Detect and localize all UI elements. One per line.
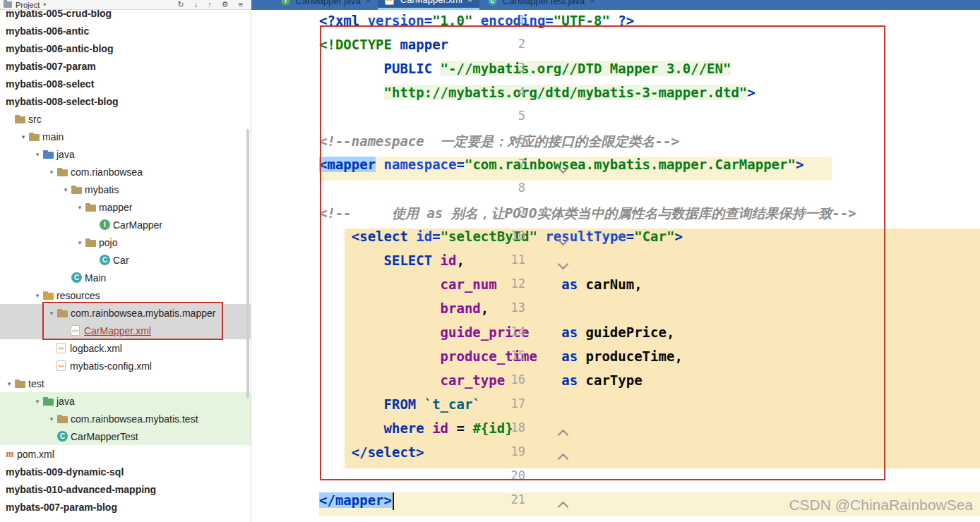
tree-item-java[interactable]: ▾java (0, 145, 251, 163)
tree-item-mybatis[interactable]: ▾mybatis (0, 181, 251, 198)
tree-item-logback-xml[interactable]: <>logback.xml (0, 339, 251, 357)
tree-item-label: Car (113, 255, 129, 266)
tree-item-mybatis-006-antic[interactable]: mybatis-006-antic (0, 22, 251, 40)
tree-item-mybatis-config-xml[interactable]: <>mybatis-config.xml (0, 357, 251, 375)
chevron-down-icon[interactable]: ▾ (47, 169, 56, 176)
tree-item-mybatis-008-select[interactable]: mybatis-008-select (0, 75, 251, 92)
project-tree-scrollbar[interactable] (246, 129, 249, 399)
editor-tabs: ICarMapper.java×<>CarMapper.xml×CCarMapp… (251, 0, 980, 10)
chevron-down-icon[interactable]: ▾ (61, 186, 71, 193)
tree-item-carmappertest[interactable]: CCarMapperTest (0, 427, 251, 445)
tree-item-mybatis-007-param[interactable]: mybatis-007-param (0, 57, 251, 75)
tree-item-label: mybatis-config.xml (70, 360, 152, 372)
tree-item-mybats-007-param-blog[interactable]: mybats-007-param-blog (0, 498, 251, 516)
tree-item-label: mybatis-009-dynamic-sql (6, 466, 124, 478)
tree-item-label: CarMapper (113, 219, 162, 231)
tree-item-src[interactable]: src (0, 110, 251, 128)
class-icon: C (71, 272, 82, 283)
folder-icon (14, 114, 27, 125)
package-icon (85, 237, 97, 248)
panel-divider (251, 0, 251, 522)
tree-item-label: java (56, 149, 75, 160)
class-icon: C (57, 431, 68, 442)
tab-label: CarMapper.xml (400, 0, 462, 5)
tree-item-label: com.rianbowsea (71, 166, 143, 178)
tree-item-label: mybatis (85, 184, 119, 195)
tab-carmapper-java[interactable]: ICarMapper.java× (273, 0, 378, 10)
folder-icon (14, 378, 27, 389)
tree-item-label: src (28, 114, 42, 125)
chevron-down-icon[interactable]: ▾ (75, 239, 85, 246)
tree-item-label: mybatis-007-param (6, 61, 96, 72)
tree-item-label: test (28, 378, 44, 389)
package-icon (56, 413, 69, 425)
panel-toolbar: ↻↓↑⚙≡ (177, 0, 243, 9)
tree-item-mybatis-006-antic-blog[interactable]: mybatis-006-antic-blog (0, 40, 251, 57)
chevron-down-icon[interactable]: ▾ (43, 1, 46, 8)
tree-item-mybatis-010-advanced-mapping[interactable]: mybatis-010-advanced-mapping (0, 480, 251, 498)
tree-item-mybatis-008-select-blog[interactable]: mybatis-008-select-blog (0, 92, 251, 110)
annotation-red-box-editor (320, 25, 885, 480)
chevron-down-icon[interactable]: ▾ (4, 380, 14, 387)
xml-file-icon: <> (56, 360, 66, 371)
close-icon[interactable]: × (467, 0, 472, 5)
tree-item-test[interactable]: ▾test (0, 375, 251, 392)
tree-item-label: mybatis-008-select (6, 78, 94, 90)
chevron-down-icon[interactable]: ▾ (75, 204, 85, 211)
text-caret (393, 492, 394, 510)
tree-item-label: main (42, 131, 64, 142)
tree-item-label: com.rainbowsea.mybatis.test (71, 413, 198, 425)
tree-item-car[interactable]: CCar (0, 251, 251, 269)
package-icon (71, 184, 83, 195)
tree-item-label: Main (85, 272, 106, 284)
chevron-down-icon[interactable]: ▾ (32, 151, 42, 158)
tree-item-main[interactable]: CMain (0, 269, 251, 286)
tree-item-com-rainbowsea-mybatis-test[interactable]: ▾com.rainbowsea.mybatis.test (0, 410, 251, 427)
locate-icon[interactable]: ↻ (177, 0, 184, 9)
close-icon[interactable]: × (590, 0, 594, 6)
expand-all-icon[interactable]: ↑ (208, 0, 212, 9)
watermark: CSDN @ChinaRainbowSea (789, 497, 973, 514)
tree-item-label: pojo (99, 237, 117, 248)
tree-item-com-rianbowsea[interactable]: ▾com.rianbowsea (0, 163, 251, 181)
tree-item-label: java (56, 396, 75, 407)
tree-item-label: CarMapperTest (71, 431, 138, 442)
interface-icon: I (282, 0, 290, 5)
chevron-down-icon[interactable]: ▾ (47, 415, 56, 423)
tree-item-pom-xml[interactable]: mpom.xml (0, 445, 251, 463)
tab-carmappertest-java[interactable]: CCarMapperTest.java× (479, 0, 602, 10)
tree-item-label: mybats-007-param-blog (6, 502, 117, 513)
chevron-down-icon[interactable]: ▾ (18, 133, 28, 140)
xml-file-icon: <> (56, 343, 66, 353)
tree-item-carmapper[interactable]: ICarMapper (0, 216, 251, 233)
close-icon[interactable]: × (366, 0, 371, 6)
line-number-21: 21 (503, 492, 525, 516)
tree-item-label: mybatis-006-antic (6, 25, 89, 37)
tree-item-pojo[interactable]: ▾pojo (0, 233, 251, 251)
xml-file-icon: <> (385, 0, 394, 5)
tree-item-main[interactable]: ▾main (0, 128, 251, 145)
tree-item-mapper[interactable]: ▾mapper (0, 198, 251, 216)
folder-blue-icon (42, 149, 55, 160)
collapse-all-icon[interactable]: ↓ (194, 0, 198, 9)
code-line-21[interactable]: </mapper> (319, 492, 394, 516)
maven-icon: m (4, 449, 16, 460)
tab-label: CarMapper.java (296, 0, 361, 6)
tree-item-label: resources (56, 290, 100, 301)
chevron-down-icon[interactable]: ▾ (32, 292, 42, 299)
editor-tab-bar: ICarMapper.java×<>CarMapper.xml×CCarMapp… (251, 0, 980, 10)
tree-item-mybatis-009-dynamic-sql[interactable]: mybatis-009-dynamic-sql (0, 463, 251, 480)
package-icon (85, 202, 97, 213)
chevron-down-icon[interactable]: ▾ (32, 398, 42, 405)
tab-carmapper-xml[interactable]: <>CarMapper.xml× (378, 0, 479, 10)
project-tree: mybatis-005-crud-blogmybatis-006-anticmy… (0, 0, 251, 522)
settings-gear-icon[interactable]: ⚙ (222, 0, 229, 9)
tree-item-label: mapper (99, 202, 132, 213)
project-panel-title: Project (16, 1, 40, 9)
tree-item-label: logback.xml (70, 343, 122, 354)
editor-gutter: 123456789101112131415161718192021 (251, 0, 319, 522)
menu-icon[interactable]: ≡ (239, 0, 243, 9)
class-icon: C (488, 0, 496, 5)
tree-item-java[interactable]: ▾java (0, 392, 251, 410)
folder-green-icon (42, 396, 55, 407)
